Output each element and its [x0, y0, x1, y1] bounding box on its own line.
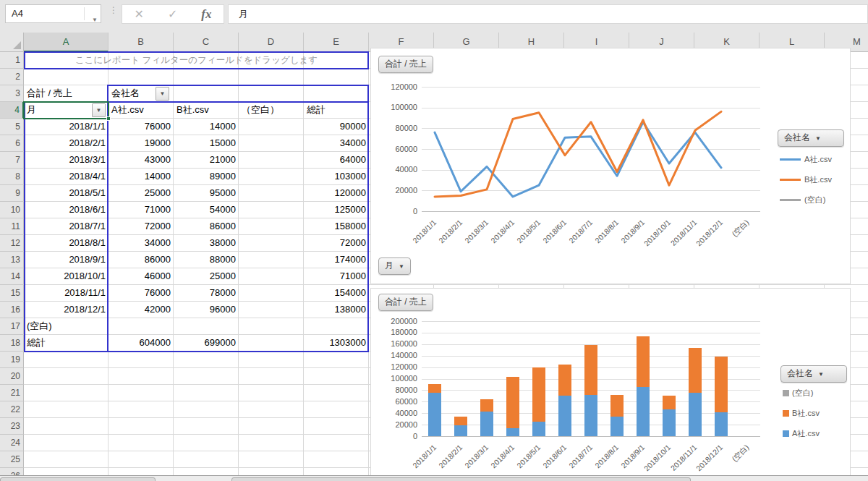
pivot-value-b[interactable]: 699000 [174, 335, 239, 352]
name-box[interactable]: A4 ▼ [5, 4, 101, 23]
pivot-row-label[interactable]: 2018/11/1 [24, 285, 109, 302]
pivot-value-b[interactable]: 14000 [174, 119, 239, 135]
legend-item-A社.csv[interactable]: A社.csv [780, 154, 832, 165]
pivot-row-label[interactable]: 総計 [24, 335, 109, 352]
row-header-12[interactable]: 12 [0, 235, 24, 252]
enter-icon[interactable]: ✓ [168, 7, 177, 21]
pivot-value-a[interactable]: 34000 [109, 235, 174, 252]
pivot-value-b[interactable]: 96000 [174, 302, 239, 318]
line-chart[interactable]: 0200004000060000800001000001200002018/1/… [370, 48, 851, 284]
pivot-col-header[interactable]: 総計 [304, 102, 369, 119]
column-header-B[interactable]: B [109, 33, 174, 52]
bar-segment-B社.csv[interactable] [480, 399, 493, 412]
pivot-row-label[interactable]: 2018/6/1 [24, 202, 109, 218]
pivot-value-b[interactable]: 86000 [174, 218, 239, 235]
pivot-row-label[interactable]: 2018/9/1 [24, 252, 109, 268]
row-header-23[interactable]: 23 [0, 418, 24, 435]
bar-segment-B社.csv[interactable] [637, 336, 650, 387]
pivot-row-label[interactable]: 2018/1/1 [24, 119, 109, 135]
bar-segment-A社.csv[interactable] [480, 412, 493, 436]
column-header-D[interactable]: D [239, 33, 304, 52]
pivot-row-label[interactable]: 2018/8/1 [24, 235, 109, 252]
pivot-value-a[interactable]: 43000 [109, 152, 174, 169]
pivot-value-b[interactable]: 95000 [174, 185, 239, 202]
bar-segment-B社.csv[interactable] [506, 377, 519, 428]
pivot-value-a[interactable]: 76000 [109, 285, 174, 302]
pivot-value-a[interactable]: 25000 [109, 185, 174, 202]
bar-segment-B社.csv[interactable] [558, 365, 571, 396]
pivot-value-b[interactable]: 15000 [174, 135, 239, 152]
row-header-8[interactable]: 8 [0, 169, 24, 185]
legend-field-button[interactable]: 会社名▼ [778, 129, 844, 147]
row-header-9[interactable]: 9 [0, 185, 24, 202]
pivot-value-total[interactable]: 158000 [304, 218, 369, 235]
sheet-tab[interactable] [0, 477, 156, 481]
pivot-value-b[interactable]: 78000 [174, 285, 239, 302]
row-header-15[interactable]: 15 [0, 285, 24, 302]
legend-item-(空白)[interactable]: (空白) [780, 195, 825, 205]
pivot-row-label[interactable]: 2018/3/1 [24, 152, 109, 169]
pivot-value-a[interactable]: 72000 [109, 218, 174, 235]
pivot-value-a[interactable]: 14000 [109, 169, 174, 185]
stacked-bar-chart[interactable]: 0200004000060000800001000001200001400001… [370, 288, 851, 480]
sheet-tab[interactable] [231, 477, 691, 481]
pivot-value-b[interactable]: 21000 [174, 152, 239, 169]
legend-item-A社.csv[interactable]: A社.csv [783, 428, 820, 439]
bar-segment-A社.csv[interactable] [637, 387, 650, 436]
bar-segment-B社.csv[interactable] [532, 367, 545, 422]
pivot-value-total[interactable]: 64000 [304, 152, 369, 169]
cancel-icon[interactable]: ✕ [135, 7, 144, 21]
pivot-value-a[interactable]: 86000 [109, 252, 174, 268]
pivot-value-total[interactable]: 174000 [304, 252, 369, 268]
pivot-col-header[interactable]: （空白） [239, 102, 304, 119]
fill-handle[interactable] [106, 116, 111, 121]
bar-segment-A社.csv[interactable] [663, 409, 676, 436]
row-header-6[interactable]: 6 [0, 135, 24, 152]
pivot-value-b[interactable]: 54000 [174, 202, 239, 218]
bar-segment-B社.csv[interactable] [428, 384, 441, 392]
pivot-value-total[interactable]: 34000 [304, 135, 369, 152]
pivot-value-total[interactable]: 103000 [304, 169, 369, 185]
values-field-button[interactable]: 合計 / 売上 [378, 294, 433, 311]
bar-segment-A社.csv[interactable] [584, 395, 597, 436]
row-header-25[interactable]: 25 [0, 451, 24, 468]
pivot-row-label[interactable]: 2018/10/1 [24, 268, 109, 285]
select-all-corner[interactable] [0, 33, 24, 52]
legend-item-(空白)[interactable]: (空白) [783, 388, 813, 399]
name-box-dropdown-icon[interactable]: ▼ [92, 12, 98, 29]
row-header-22[interactable]: 22 [0, 401, 24, 418]
row-header-18[interactable]: 18 [0, 335, 24, 352]
pivot-value-total[interactable]: 120000 [304, 185, 369, 202]
pivot-value-a[interactable]: 42000 [109, 302, 174, 318]
row-header-4[interactable]: 4 [0, 102, 24, 119]
pivot-row-label[interactable]: 2018/7/1 [24, 218, 109, 235]
pivot-value-total[interactable]: 71000 [304, 268, 369, 285]
row-header-5[interactable]: 5 [0, 119, 24, 135]
row-header-14[interactable]: 14 [0, 268, 24, 285]
row-header-13[interactable]: 13 [0, 252, 24, 268]
legend-field-button[interactable]: 会社名▼ [780, 365, 847, 383]
pivot-row-label[interactable]: 2018/12/1 [24, 302, 109, 318]
row-field-dropdown-icon[interactable]: ▼ [92, 103, 106, 117]
pivot-row-label[interactable]: 2018/5/1 [24, 185, 109, 202]
legend-item-B社.csv[interactable]: B社.csv [783, 408, 820, 419]
pivot-value-b[interactable]: 38000 [174, 235, 239, 252]
bar-segment-A社.csv[interactable] [428, 393, 441, 436]
bar-segment-A社.csv[interactable] [689, 393, 702, 436]
row-header-19[interactable]: 19 [0, 352, 24, 368]
row-header-7[interactable]: 7 [0, 152, 24, 169]
row-header-24[interactable]: 24 [0, 435, 24, 451]
pivot-col-header[interactable]: A社.csv [109, 102, 174, 119]
pivot-row-label[interactable]: 2018/2/1 [24, 135, 109, 152]
values-field-button[interactable]: 合計 / 売上 [378, 56, 433, 73]
pivot-value-total[interactable]: 72000 [304, 235, 369, 252]
bar-segment-A社.csv[interactable] [610, 417, 624, 436]
bar-segment-B社.csv[interactable] [610, 395, 624, 417]
row-header-1[interactable]: 1 [0, 52, 24, 69]
pivot-value-total[interactable]: 138000 [304, 302, 369, 318]
row-header-20[interactable]: 20 [0, 368, 24, 385]
row-header-16[interactable]: 16 [0, 302, 24, 318]
bar-segment-B社.csv[interactable] [689, 348, 702, 393]
pivot-value-total[interactable]: 1303000 [304, 335, 369, 352]
bar-segment-A社.csv[interactable] [506, 428, 519, 436]
